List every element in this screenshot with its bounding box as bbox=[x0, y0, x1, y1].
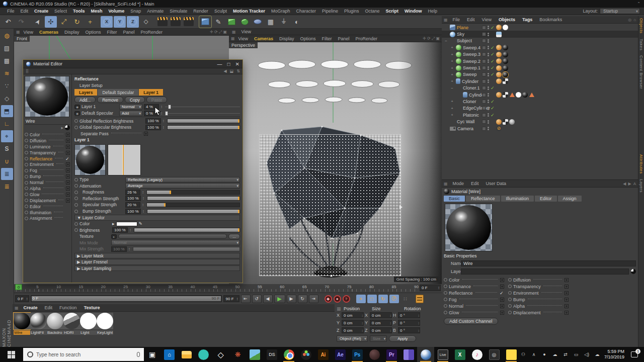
visibility-dots-icon[interactable] bbox=[488, 52, 489, 57]
microphone-icon[interactable] bbox=[137, 352, 140, 357]
visibility-dots-icon[interactable] bbox=[488, 66, 489, 70]
reflection-strength-slider[interactable] bbox=[147, 196, 240, 201]
material-item[interactable]: LightFil bbox=[30, 313, 47, 335]
channel-checkbox[interactable] bbox=[66, 174, 70, 178]
global-percent-field[interactable]: 100 % bbox=[145, 125, 161, 130]
layer-visibility-icon[interactable]: ◉ bbox=[74, 111, 80, 116]
stepper-icon[interactable]: ↕ bbox=[142, 190, 145, 195]
mat-gray-tag-icon[interactable] bbox=[509, 119, 515, 125]
channel-checkbox[interactable] bbox=[565, 311, 569, 315]
viewport-menu-item[interactable]: View bbox=[236, 36, 251, 41]
layer-chip[interactable] bbox=[482, 32, 486, 36]
coordinate-mode-dropdown[interactable]: Object (Rel) bbox=[337, 335, 368, 342]
size-y-field[interactable]: 0 cm bbox=[370, 320, 392, 326]
phong-tag-icon[interactable] bbox=[496, 92, 502, 98]
global-slider[interactable] bbox=[167, 125, 240, 130]
menu-item[interactable]: Motion Tracker bbox=[230, 9, 268, 14]
sky-tag-icon[interactable] bbox=[496, 32, 502, 37]
after-effects-icon[interactable]: Ae bbox=[332, 347, 349, 362]
channel-checkbox[interactable] bbox=[66, 180, 70, 185]
phong-tag-icon[interactable] bbox=[496, 78, 502, 84]
enable-axis-icon[interactable]: ∟ bbox=[1, 118, 13, 130]
layer-chip[interactable] bbox=[482, 66, 486, 70]
lock-icon[interactable]: ⬓ bbox=[230, 69, 234, 73]
current-frame-field[interactable]: 0 F bbox=[15, 295, 29, 302]
layers-a-icon[interactable]: ≣ bbox=[1, 168, 13, 180]
menu-item[interactable]: Sculpt bbox=[211, 9, 230, 14]
rotation-b-field[interactable]: 0 ° bbox=[398, 327, 420, 333]
magnet-icon[interactable]: ∪ bbox=[1, 155, 13, 167]
tray-expand-icon[interactable]: ∧ bbox=[530, 352, 537, 357]
mat-white-tag-icon[interactable] bbox=[503, 25, 508, 30]
add-primitive-button[interactable] bbox=[199, 16, 211, 28]
tri-tag-icon[interactable] bbox=[509, 92, 515, 98]
global-slider[interactable] bbox=[167, 119, 240, 123]
tray-app-icon[interactable]: ● bbox=[541, 352, 548, 357]
attenuation-dropdown[interactable]: Average bbox=[125, 183, 240, 189]
object-name[interactable]: Cylinder bbox=[462, 79, 478, 84]
coordinate-system-button[interactable]: ⬦ bbox=[140, 16, 152, 28]
size-z-field[interactable]: 0 cm bbox=[370, 327, 392, 333]
object-row[interactable]: + Sweep.4 ✓ bbox=[442, 44, 638, 51]
stepper-icon[interactable]: ↕ bbox=[142, 209, 145, 214]
texture-browse-button[interactable]: ... bbox=[228, 234, 240, 239]
attribute-tab[interactable]: Editor bbox=[535, 196, 557, 202]
taskbar-clock[interactable]: 5:59 PM 7/10/2019 bbox=[604, 349, 624, 360]
window-titlebar[interactable]: CINEMA 4D R20.059 Studio (RC - R20) - [S… bbox=[0, 0, 644, 8]
channel-label[interactable]: Editor bbox=[30, 204, 41, 209]
specular-strength-slider[interactable] bbox=[146, 203, 240, 207]
channel-checkbox[interactable] bbox=[565, 298, 569, 302]
layer-action-button[interactable]: Remove bbox=[97, 97, 123, 103]
material-name-label[interactable]: LightFil bbox=[30, 330, 47, 335]
material-item[interactable]: Light bbox=[80, 313, 97, 335]
object-name[interactable]: Sweep.2 bbox=[463, 59, 480, 64]
channel-checkbox[interactable] bbox=[66, 139, 70, 143]
dock-tab[interactable]: Objects bbox=[638, 16, 644, 36]
menu-item[interactable]: Edit bbox=[468, 181, 482, 186]
object-row[interactable]: + Sweep ✓ bbox=[442, 71, 638, 78]
layer-chip[interactable] bbox=[482, 127, 486, 131]
3d-scene[interactable]: Grid Spacing : 100 cm bbox=[229, 42, 442, 284]
bump-strength-slider[interactable] bbox=[147, 209, 240, 214]
specular-strength-field[interactable]: 20 % bbox=[125, 202, 140, 208]
add-floor-button[interactable]: ▦ bbox=[265, 16, 277, 28]
preview-stepper-icon[interactable]: ▸ bbox=[61, 125, 63, 130]
phong-tag-icon[interactable] bbox=[496, 119, 502, 125]
layer-chip[interactable] bbox=[482, 79, 486, 83]
channel-checkbox[interactable] bbox=[565, 291, 569, 295]
search-icon[interactable]: ◎ bbox=[628, 18, 631, 22]
material-name-label[interactable]: Light bbox=[80, 330, 97, 335]
davinci-studio-icon[interactable]: DS bbox=[264, 347, 281, 362]
viewport-menu-item[interactable]: Options bbox=[83, 30, 103, 35]
apply-button[interactable]: Apply bbox=[389, 335, 416, 342]
object-name[interactable]: Camera bbox=[457, 126, 473, 131]
checker-tag-icon[interactable] bbox=[503, 119, 508, 125]
visibility-dots-icon[interactable] bbox=[488, 79, 489, 83]
channel-label[interactable]: Diffusion bbox=[30, 138, 46, 143]
layers-b-icon[interactable]: ≣ bbox=[1, 180, 13, 193]
object-name[interactable]: Cyc Wall bbox=[457, 119, 474, 124]
protection-tag-icon[interactable] bbox=[496, 126, 502, 131]
points-mode-icon[interactable]: ∵ bbox=[1, 80, 13, 92]
object-name[interactable]: Plane bbox=[457, 25, 468, 30]
layer-tab[interactable]: Default Specular bbox=[98, 89, 138, 96]
object-name[interactable]: Sweep.1 bbox=[463, 65, 480, 70]
visibility-dots-icon[interactable] bbox=[488, 120, 489, 124]
record-keyframe-button[interactable]: ◆ bbox=[325, 295, 332, 303]
go-to-end-button[interactable]: ⇥ bbox=[309, 295, 318, 303]
last-tool-button[interactable]: + bbox=[84, 16, 96, 28]
forward-icon[interactable]: ▶ bbox=[628, 182, 631, 186]
edges-mode-icon[interactable]: ◇ bbox=[1, 93, 13, 105]
mat-black-tag-icon[interactable] bbox=[503, 65, 508, 71]
layer-chip[interactable] bbox=[482, 113, 486, 117]
object-name[interactable]: Cloner bbox=[463, 99, 476, 104]
preview-range-slider[interactable]: 0 F 90 F bbox=[31, 295, 222, 302]
menu-item[interactable]: MoGraph bbox=[268, 9, 293, 14]
viewport-menu-item[interactable]: Filter bbox=[319, 36, 335, 41]
animation-dot-icon[interactable] bbox=[25, 169, 28, 172]
rotation-h-field[interactable]: 0 ° bbox=[398, 312, 420, 318]
enabled-check-icon[interactable]: ✓ bbox=[491, 25, 495, 30]
add-spline-primitive-button[interactable] bbox=[252, 16, 264, 28]
mat-dark-tag-icon[interactable] bbox=[522, 92, 528, 98]
material-editor-titlebar[interactable]: Material Editor — □ ✕ bbox=[23, 60, 243, 68]
